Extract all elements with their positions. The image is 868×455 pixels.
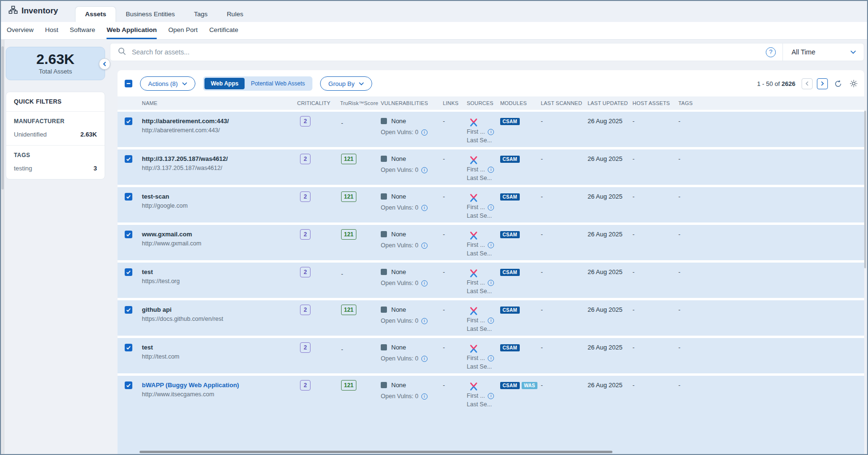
page-title: Inventory <box>21 6 58 16</box>
info-icon[interactable] <box>421 356 428 362</box>
row-checkbox[interactable] <box>125 193 132 201</box>
source-x-icon <box>470 194 478 202</box>
vulnerability-level: None <box>391 381 406 389</box>
info-icon[interactable] <box>421 280 428 286</box>
time-filter-dropdown[interactable]: All Time <box>782 43 864 61</box>
row-checkbox[interactable] <box>125 381 132 389</box>
asset-url: http://3.137.205.187/was4612/ <box>142 165 297 171</box>
column-header-sources[interactable]: SOURCES <box>467 100 500 106</box>
source-first-seen: First ... <box>467 242 485 248</box>
criticality-badge: 2 <box>300 267 311 277</box>
table-row[interactable]: bWAPP (Buggy Web Application) http://www… <box>118 376 864 454</box>
table-row[interactable]: test https://test.org 2 - None Open Vuln… <box>118 263 864 298</box>
tab-business-entities[interactable]: Business Entities <box>116 7 184 22</box>
subtab-open-port[interactable]: Open Port <box>168 22 198 39</box>
filter-section-tags: TAGS testing 3 <box>6 146 105 179</box>
info-icon[interactable] <box>488 129 494 135</box>
severity-swatch-icon <box>381 231 387 237</box>
last-updated-value: 26 Aug 2025 <box>588 149 632 162</box>
info-icon[interactable] <box>488 355 494 361</box>
column-header-last-scanned[interactable]: LAST SCANNED <box>541 100 588 106</box>
asset-name-link[interactable]: test-scan <box>142 193 297 200</box>
info-icon[interactable] <box>488 393 494 399</box>
table-row[interactable]: www.gxmail.com http://www.gxmail.com 2 1… <box>118 225 864 260</box>
tab-rules[interactable]: Rules <box>217 7 253 22</box>
info-icon[interactable] <box>421 393 428 400</box>
group-by-button[interactable]: Group By <box>320 76 372 91</box>
info-icon[interactable] <box>421 243 428 249</box>
sidebar-collapse-button[interactable] <box>99 58 110 70</box>
links-value: - <box>443 225 467 238</box>
select-all-checkbox[interactable] <box>125 80 132 87</box>
subtab-overview[interactable]: Overview <box>7 22 33 39</box>
info-icon[interactable] <box>488 317 494 324</box>
column-header-vulnerabilities[interactable]: VULNERABILITIES <box>381 100 443 106</box>
modules-cell: CSAMWAS <box>500 376 541 389</box>
subtab-web-application[interactable]: Web Application <box>107 22 157 39</box>
severity-swatch-icon <box>381 193 387 200</box>
trurisk-score-badge: 121 <box>341 191 356 202</box>
column-header-trurisk-score[interactable]: TruRisk™Score <box>340 100 381 106</box>
row-checkbox[interactable] <box>125 268 132 276</box>
info-icon[interactable] <box>488 204 494 211</box>
asset-name-link[interactable]: test <box>142 344 297 351</box>
left-scrollbar-track[interactable] <box>1 40 4 454</box>
next-page-button[interactable] <box>817 78 828 89</box>
table-row[interactable]: http://abaretirement.com:443/ http://aba… <box>118 112 864 147</box>
row-checkbox[interactable] <box>125 231 132 238</box>
subtab-certificate[interactable]: Certificate <box>209 22 238 39</box>
table-row[interactable]: test http://test.com 2 - None Open Vulns… <box>118 338 864 373</box>
subtab-host[interactable]: Host <box>45 22 58 39</box>
column-header-criticality[interactable]: CRITICALITY <box>297 100 340 106</box>
row-checkbox[interactable] <box>125 117 132 125</box>
column-header-modules[interactable]: MODULES <box>500 100 541 106</box>
column-header-host-assets[interactable]: HOST ASSETS <box>632 100 678 106</box>
tags-value: - <box>678 376 864 389</box>
help-icon[interactable]: ? <box>766 47 776 57</box>
tab-assets[interactable]: Assets <box>75 6 116 22</box>
table-row[interactable]: github api https://docs.github.com/en/re… <box>118 300 864 336</box>
settings-gear-icon[interactable] <box>848 78 859 89</box>
filter-item-unidentified[interactable]: Unidentified 2.63K <box>6 129 105 145</box>
subtab-software[interactable]: Software <box>70 22 95 39</box>
open-vulns-text: Open Vulns: 0 <box>381 167 418 173</box>
toggle-web-apps[interactable]: Web Apps <box>204 78 245 89</box>
asset-name-link[interactable]: test <box>142 268 297 275</box>
asset-name-link[interactable]: http://abaretirement.com:443/ <box>142 117 297 125</box>
search-input[interactable] <box>132 48 758 56</box>
asset-name-link[interactable]: www.gxmail.com <box>142 231 297 238</box>
host-assets-value: - <box>632 225 678 238</box>
toggle-potential-web-assets[interactable]: Potential Web Assets <box>245 78 311 89</box>
vertical-scrollbar-thumb[interactable] <box>864 111 866 268</box>
info-icon[interactable] <box>488 242 494 248</box>
info-icon[interactable] <box>421 129 428 136</box>
previous-page-button[interactable] <box>802 78 813 89</box>
row-checkbox[interactable] <box>125 155 132 163</box>
filter-item-testing[interactable]: testing 3 <box>6 163 105 179</box>
tags-value: - <box>678 225 864 238</box>
info-icon[interactable] <box>488 167 494 173</box>
tab-tags[interactable]: Tags <box>184 7 217 22</box>
asset-name-link[interactable]: github api <box>142 306 297 313</box>
column-header-tags[interactable]: TAGS <box>678 100 864 106</box>
left-scrollbar-thumb[interactable] <box>1 46 4 190</box>
asset-name-link[interactable]: bWAPP (Buggy Web Application) <box>142 381 297 389</box>
refresh-icon[interactable] <box>832 78 844 89</box>
table-row[interactable]: http://3.137.205.187/was4612/ http://3.1… <box>118 149 864 185</box>
info-icon[interactable] <box>421 167 428 173</box>
filter-item-count: 3 <box>94 165 97 172</box>
info-icon[interactable] <box>421 318 428 324</box>
info-icon[interactable] <box>488 280 494 286</box>
row-checkbox[interactable] <box>125 306 132 314</box>
info-icon[interactable] <box>421 205 428 211</box>
last-updated-value: 26 Aug 2025 <box>588 225 632 238</box>
column-header-name[interactable]: NAME <box>142 100 297 106</box>
column-header-links[interactable]: LINKS <box>443 100 467 106</box>
horizontal-scrollbar-thumb[interactable] <box>139 451 612 453</box>
column-header-last-updated[interactable]: LAST UPDATED <box>588 100 632 106</box>
actions-button[interactable]: Actions (8) <box>140 76 195 91</box>
table-row[interactable]: test-scan http://google.com 2 121 None O… <box>118 187 864 222</box>
modules-cell: CSAM <box>500 338 541 351</box>
row-checkbox[interactable] <box>125 344 132 351</box>
asset-name-link[interactable]: http://3.137.205.187/was4612/ <box>142 155 297 162</box>
